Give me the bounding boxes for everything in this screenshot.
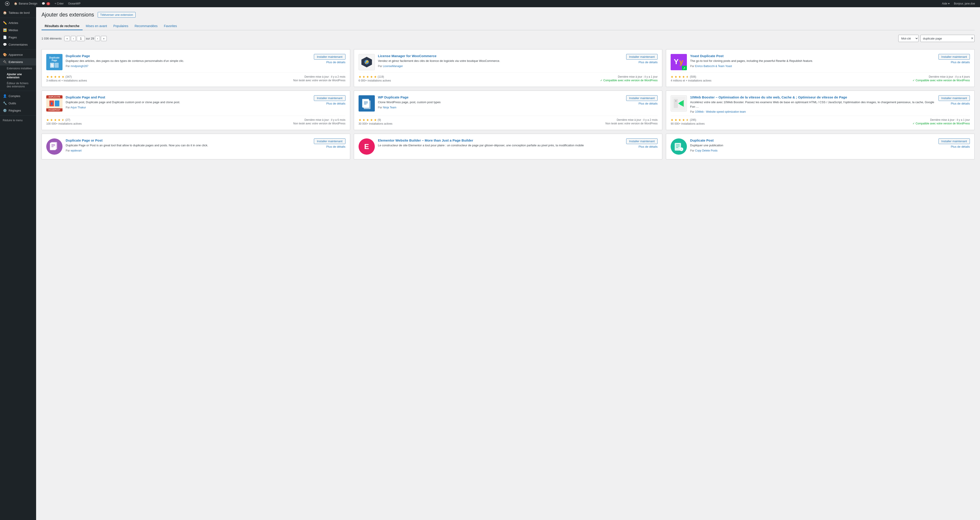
last-update-wp-dup: Dernière mise à jour : il y a 2 mois xyxy=(605,118,657,121)
details-link-wp-dup[interactable]: Plus de détails xyxy=(639,102,658,105)
compat-wp-dup: Non testé avec votre version de WordPres… xyxy=(605,122,657,125)
tab-search-results-label: Résultats de recherche xyxy=(45,24,80,28)
admin-bar-help[interactable]: Aide ▾ xyxy=(940,0,951,7)
page-header: Ajouter des extensions Téléverser une ex… xyxy=(41,12,975,18)
plugin-name-duplicate-page[interactable]: Duplicate Page xyxy=(66,54,312,58)
admin-bar-site-name: Banana Design xyxy=(19,2,37,5)
search-input[interactable] xyxy=(920,35,975,42)
main-content: Ajouter des extensions Téléverser une ex… xyxy=(36,7,980,520)
media-icon: 🖼️ xyxy=(3,28,7,32)
admin-bar-site[interactable]: 🏠 Banana Design xyxy=(12,0,40,7)
install-button-elementor[interactable]: Installer maintenant xyxy=(626,139,657,144)
plugin-card-dup-post: ✓ Duplicate Post Dupliquer une publicati… xyxy=(666,134,975,160)
plugin-name-dup-page-post[interactable]: Duplicate Page and Post xyxy=(66,95,312,99)
details-link-elementor[interactable]: Plus de détails xyxy=(639,145,658,148)
first-page-button[interactable]: « xyxy=(64,36,70,41)
svg-rect-11 xyxy=(363,100,369,108)
sidebar-item-tools[interactable]: 🔧 Outils xyxy=(0,100,36,107)
compat-license-manager: Compatible avec votre version de WordPre… xyxy=(600,79,657,82)
svg-text:↗: ↗ xyxy=(683,66,686,70)
tab-recommended[interactable]: Recommandées xyxy=(131,22,161,30)
plugin-card-10web: 10Web Booster – Optimisation de la vites… xyxy=(666,91,975,130)
plugin-desc-license-manager: Vendez et gérez facilement des clés de l… xyxy=(378,59,624,63)
tab-recommended-label: Recommandées xyxy=(135,24,158,28)
page-number-input[interactable] xyxy=(77,36,85,41)
sidebar-item-media[interactable]: 🖼️ Médias xyxy=(0,26,36,33)
sidebar-label-extensions: Extensions xyxy=(9,60,23,64)
details-link-10web[interactable]: Plus de détails xyxy=(951,102,970,105)
plugin-name-10web[interactable]: 10Web Booster – Optimisation de la vites… xyxy=(690,95,936,99)
sidebar-item-dashboard[interactable]: 🏠 Tableau de bord xyxy=(0,9,36,16)
install-button-wp-dup[interactable]: Installer maintenant xyxy=(626,95,657,101)
plugin-name-license-manager[interactable]: License Manager for WooCommerce xyxy=(378,54,624,58)
plugin-name-wp-dup[interactable]: WP Duplicate Page xyxy=(378,95,624,99)
admin-bar-create[interactable]: + Créer xyxy=(52,0,66,7)
details-link-dup-page-or-post[interactable]: Plus de détails xyxy=(326,145,345,148)
search-clear-button[interactable]: × xyxy=(971,37,973,40)
sidebar-item-extensions[interactable]: 🔌 Extensions xyxy=(0,58,36,65)
plugin-desc-dup-page-post: Duplicate post, Duplicate page and Dupli… xyxy=(66,100,312,105)
plugin-name-dup-post[interactable]: Duplicate Post xyxy=(690,139,936,142)
details-link-dup-page-post[interactable]: Plus de détails xyxy=(326,102,345,105)
settings-icon: ⚙️ xyxy=(3,108,7,112)
details-link-license-manager[interactable]: Plus de détails xyxy=(639,61,658,64)
pages-icon: 📄 xyxy=(3,35,7,39)
upload-extension-button[interactable]: Téléverser une extension xyxy=(98,12,135,18)
install-button-10web[interactable]: Installer maintenant xyxy=(939,95,970,101)
svg-rect-22 xyxy=(50,142,56,150)
admin-bar-comments[interactable]: 💬 0 xyxy=(40,0,52,7)
sidebar-item-pages[interactable]: 📄 Pages xyxy=(0,33,36,41)
plugin-thumb-wp-dup xyxy=(358,95,375,112)
next-page-button[interactable]: › xyxy=(95,36,100,41)
install-button-dup-page-or-post[interactable]: Installer maintenant xyxy=(314,139,345,144)
pagination: 1 036 éléments « ‹ sur 29 › » xyxy=(41,36,107,41)
plugin-desc-elementor: Le constructeur de site Elementor a tout… xyxy=(378,143,624,148)
sidebar-label-settings: Réglages xyxy=(9,109,21,112)
tab-search-results[interactable]: Résultats de recherche xyxy=(41,22,83,30)
tab-popular[interactable]: Populaires xyxy=(110,22,131,30)
stars-license-manager: ★★★★★ (119) xyxy=(358,75,391,78)
stars-yoast: ★★★★★★ (506) xyxy=(671,75,711,78)
plugin-name-yoast[interactable]: Yoast Duplicate Post xyxy=(690,54,936,58)
details-link-dup-post[interactable]: Plus de détails xyxy=(951,145,970,148)
stars-10web: ★★★★★★ (295) xyxy=(671,118,705,122)
extensions-icon: 🔌 xyxy=(3,60,7,64)
compat-dup-page-post: Non testé avec votre version de WordPres… xyxy=(293,122,345,125)
plugin-card-duplicate-page: Duplicate Page 📄 Duplicate Page Duplique… xyxy=(41,49,350,87)
install-button-license-manager[interactable]: Installer maintenant xyxy=(626,54,657,60)
plugin-name-dup-page-or-post[interactable]: Duplicate Page or Post xyxy=(66,139,312,142)
sidebar-item-settings[interactable]: ⚙️ Réglages xyxy=(0,107,36,114)
installs-dup-page-post: 100 000+ installations actives xyxy=(46,122,82,125)
prev-page-button[interactable]: ‹ xyxy=(71,36,76,41)
last-page-button[interactable]: » xyxy=(101,36,107,41)
install-button-duplicate-page[interactable]: Installer maintenant xyxy=(314,54,345,60)
plugin-author-license-manager: Par LicenseManager xyxy=(378,65,624,68)
search-filter-select[interactable]: Mot-clé Auteur Étiquette xyxy=(898,35,919,42)
sidebar-item-extensions-installed[interactable]: Extensions installées xyxy=(0,65,36,71)
admin-bar-theme[interactable]: OceanWP xyxy=(66,0,83,7)
sidebar-item-appearance[interactable]: 🎨 Apparence xyxy=(0,51,36,58)
plugin-name-elementor[interactable]: Elementor Website Builder – More than Ju… xyxy=(378,139,624,142)
stars-dup-page-post: ★★★★★★ (27) xyxy=(46,118,82,122)
sidebar-item-add-extension[interactable]: Ajouter une extension xyxy=(0,71,36,80)
admin-bar-home-icon: 🏠 xyxy=(14,2,18,5)
sidebar-item-comments[interactable]: 💬 Commentaires xyxy=(0,41,36,48)
stars-duplicate-page: ★★★★★ (347) xyxy=(46,75,87,78)
tab-favorites[interactable]: Favorites xyxy=(161,22,180,30)
install-button-dup-page-post[interactable]: Installer maintenant xyxy=(314,95,345,101)
sidebar-item-posts[interactable]: ✏️ Articles xyxy=(0,19,36,26)
page-title: Ajouter des extensions xyxy=(41,12,94,18)
plugin-card-license-manager: 🔑 License Manager for WooCommerce Vendez… xyxy=(354,49,662,87)
sidebar-item-file-editor[interactable]: Éditeur de fichiers des extensions xyxy=(0,80,36,89)
admin-bar-wp-logo[interactable] xyxy=(3,0,12,7)
details-link-yoast[interactable]: Plus de détails xyxy=(951,61,970,64)
sidebar-reduce[interactable]: Réduire le menu xyxy=(0,117,36,124)
install-button-yoast[interactable]: Installer maintenant xyxy=(939,54,970,60)
sidebar-item-accounts[interactable]: 👤 Comptes xyxy=(0,93,36,100)
plugin-author-dup-page-or-post: Par wpdevart xyxy=(66,149,312,152)
posts-icon: ✏️ xyxy=(3,21,7,25)
admin-bar-greeting[interactable]: Bonjour, jane.doe xyxy=(952,0,977,7)
install-button-dup-post[interactable]: Installer maintenant xyxy=(939,139,970,144)
tab-featured[interactable]: Mises en avant xyxy=(83,22,110,30)
details-link-duplicate-page[interactable]: Plus de détails xyxy=(326,61,345,64)
